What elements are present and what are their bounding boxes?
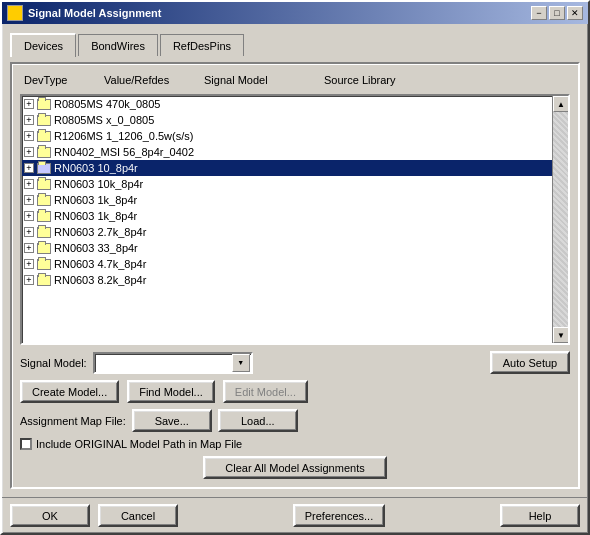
title-bar-text: Signal Model Assignment — [7, 5, 161, 21]
window-icon — [7, 5, 23, 21]
clear-all-button[interactable]: Clear All Model Assignments — [203, 456, 386, 479]
save-button[interactable]: Save... — [132, 409, 212, 432]
expand-icon-7[interactable]: + — [24, 195, 34, 205]
list-item[interactable]: + RN0603 1k_8p4r — [22, 192, 568, 208]
load-button[interactable]: Load... — [218, 409, 298, 432]
folder-icon-5 — [37, 163, 51, 174]
model-buttons-row: Create Model... Find Model... Edit Model… — [20, 380, 570, 403]
list-scrollbar: ▲ ▼ — [552, 96, 568, 343]
signal-model-label: Signal Model: — [20, 357, 87, 369]
list-item[interactable]: + R0805MS 470k_0805 — [22, 96, 568, 112]
tab-refdesrpins-label: RefDesPins — [173, 40, 231, 52]
assignment-map-label: Assignment Map File: — [20, 415, 126, 427]
expand-icon-4[interactable]: + — [24, 147, 34, 157]
help-button[interactable]: Help — [500, 504, 580, 527]
item-text-5: RN0603 10_8p4r — [54, 162, 138, 174]
item-text-9: RN0603 2.7k_8p4r — [54, 226, 146, 238]
col-header-value: Value/Refdes — [104, 74, 204, 86]
preferences-button[interactable]: Preferences... — [293, 504, 385, 527]
list-item[interactable]: + RN0603 10k_8p4r — [22, 176, 568, 192]
expand-icon-11[interactable]: + — [24, 259, 34, 269]
folder-icon-6 — [37, 179, 51, 190]
expand-icon-10[interactable]: + — [24, 243, 34, 253]
expand-icon-9[interactable]: + — [24, 227, 34, 237]
column-headers: DevType Value/Refdes Signal Model Source… — [20, 72, 570, 88]
scroll-up-button[interactable]: ▲ — [553, 96, 569, 112]
folder-icon-11 — [37, 259, 51, 270]
expand-icon-1[interactable]: + — [24, 99, 34, 109]
bottom-left-buttons: OK Cancel — [10, 504, 178, 527]
item-text-12: RN0603 8.2k_8p4r — [54, 274, 146, 286]
item-text-8: RN0603 1k_8p4r — [54, 210, 137, 222]
expand-icon-12[interactable]: + — [24, 275, 34, 285]
tab-panel-devices: DevType Value/Refdes Signal Model Source… — [10, 62, 580, 489]
tab-refdesrpins[interactable]: RefDesPins — [160, 34, 244, 56]
folder-icon-3 — [37, 131, 51, 142]
list-item[interactable]: + RN0603 2.7k_8p4r — [22, 224, 568, 240]
main-window: Signal Model Assignment − □ ✕ Devices Bo… — [0, 0, 590, 535]
list-item[interactable]: + R0805MS x_0_0805 — [22, 112, 568, 128]
list-item[interactable]: + RN0603 8.2k_8p4r — [22, 272, 568, 288]
list-item[interactable]: + RN0603 4.7k_8p4r — [22, 256, 568, 272]
expand-icon-3[interactable]: + — [24, 131, 34, 141]
edit-model-button[interactable]: Edit Model... — [223, 380, 308, 403]
item-text-7: RN0603 1k_8p4r — [54, 194, 137, 206]
assignment-map-row: Assignment Map File: Save... Load... — [20, 409, 570, 432]
list-item[interactable]: + RN0402_MSI 56_8p4r_0402 — [22, 144, 568, 160]
item-text-10: RN0603 33_8p4r — [54, 242, 138, 254]
item-text-2: R0805MS x_0_0805 — [54, 114, 154, 126]
list-item[interactable]: + RN0603 1k_8p4r — [22, 208, 568, 224]
list-item[interactable]: + RN0603 33_8p4r — [22, 240, 568, 256]
device-list-container: + R0805MS 470k_0805 + R0805MS x_0_0805 +… — [20, 94, 570, 345]
tab-devices-label: Devices — [24, 40, 63, 52]
col-header-source: Source Library — [324, 74, 444, 86]
col-header-signal: Signal Model — [204, 74, 324, 86]
item-text-3: R1206MS 1_1206_0.5w(s/s) — [54, 130, 193, 142]
col-header-devtype: DevType — [24, 74, 104, 86]
item-text-1: R0805MS 470k_0805 — [54, 98, 160, 110]
expand-icon-8[interactable]: + — [24, 211, 34, 221]
folder-icon-1 — [37, 99, 51, 110]
folder-icon-12 — [37, 275, 51, 286]
clear-btn-row: Clear All Model Assignments — [20, 456, 570, 479]
cancel-button[interactable]: Cancel — [98, 504, 178, 527]
tab-bar: Devices BondWires RefDesPins — [10, 32, 580, 56]
scroll-track[interactable] — [553, 112, 568, 327]
scroll-down-button[interactable]: ▼ — [553, 327, 569, 343]
close-button[interactable]: ✕ — [567, 6, 583, 20]
device-list[interactable]: + R0805MS 470k_0805 + R0805MS x_0_0805 +… — [22, 96, 568, 343]
title-controls: − □ ✕ — [531, 6, 583, 20]
title-bar: Signal Model Assignment − □ ✕ — [2, 2, 588, 24]
folder-icon-7 — [37, 195, 51, 206]
bottom-bar: OK Cancel Preferences... Help — [2, 497, 588, 533]
create-model-button[interactable]: Create Model... — [20, 380, 119, 403]
folder-icon-8 — [37, 211, 51, 222]
ok-button[interactable]: OK — [10, 504, 90, 527]
folder-icon-9 — [37, 227, 51, 238]
list-item-selected[interactable]: + RN0603 10_8p4r — [22, 160, 568, 176]
find-model-button[interactable]: Find Model... — [127, 380, 215, 403]
expand-icon-2[interactable]: + — [24, 115, 34, 125]
folder-icon-2 — [37, 115, 51, 126]
signal-model-row: Signal Model: ▼ Auto Setup — [20, 351, 570, 374]
content-area: Devices BondWires RefDesPins DevType Val… — [2, 24, 588, 497]
maximize-button[interactable]: □ — [549, 6, 565, 20]
tab-devices[interactable]: Devices — [10, 33, 76, 57]
expand-icon-5[interactable]: + — [24, 163, 34, 173]
tab-bondwires-label: BondWires — [91, 40, 145, 52]
auto-setup-button[interactable]: Auto Setup — [490, 351, 570, 374]
include-original-checkbox[interactable] — [20, 438, 32, 450]
item-text-4: RN0402_MSI 56_8p4r_0402 — [54, 146, 194, 158]
item-text-6: RN0603 10k_8p4r — [54, 178, 143, 190]
tab-bondwires[interactable]: BondWires — [78, 34, 158, 56]
signal-model-dropdown[interactable]: ▼ — [93, 352, 253, 374]
window-title: Signal Model Assignment — [28, 7, 161, 19]
item-text-11: RN0603 4.7k_8p4r — [54, 258, 146, 270]
expand-icon-6[interactable]: + — [24, 179, 34, 189]
minimize-button[interactable]: − — [531, 6, 547, 20]
list-item[interactable]: + R1206MS 1_1206_0.5w(s/s) — [22, 128, 568, 144]
folder-icon-4 — [37, 147, 51, 158]
folder-icon-10 — [37, 243, 51, 254]
checkbox-row: Include ORIGINAL Model Path in Map File — [20, 438, 570, 450]
dropdown-arrow-icon[interactable]: ▼ — [232, 354, 250, 372]
